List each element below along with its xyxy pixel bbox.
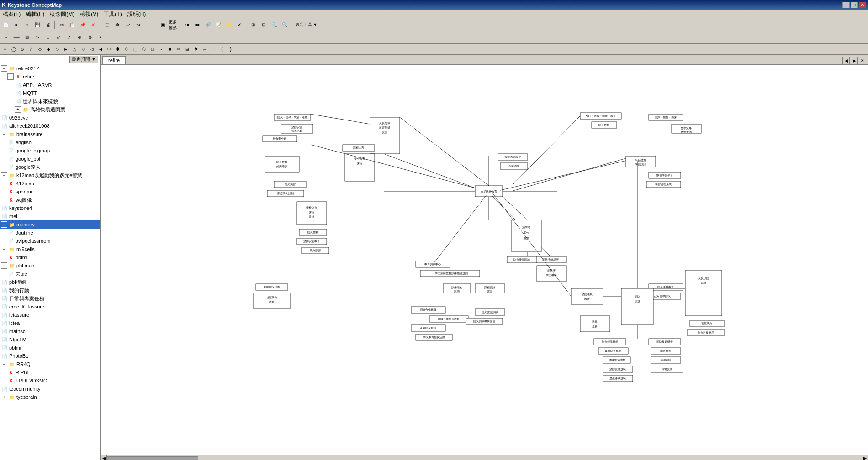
zoom-button[interactable]: 🔍	[269, 20, 279, 30]
shape-arrow-left2[interactable]: ◀	[96, 45, 105, 53]
menu-help[interactable]: 說明(H)	[125, 10, 149, 19]
sidebar-item-ntpclm[interactable]: 📄 NtpcLM	[0, 335, 100, 344]
sidebar-item-avipoclassroom[interactable]: 📄 avipoclassroom	[0, 237, 100, 245]
sidebar-item-qubie[interactable]: 📄 去bie	[0, 270, 100, 278]
shape-double-rect[interactable]: ⧈	[175, 45, 183, 53]
sidebar-item-pbl-module[interactable]: 📄 pbl模組	[0, 278, 100, 286]
rectangle-button[interactable]: □	[147, 20, 157, 30]
new-button[interactable]: 📄	[1, 20, 11, 30]
sidebar-item-tyesbrain[interactable]: + 📁 tyesbrain	[0, 393, 100, 401]
arrow9[interactable]: ⊗	[85, 32, 95, 42]
shape-brace2[interactable]: }	[227, 45, 235, 53]
shape-flag[interactable]: ⚑	[192, 45, 200, 53]
sidebar-item-google-bigmap[interactable]: 📄 google_bigmap	[0, 146, 100, 155]
shape-rect[interactable]: □	[148, 45, 157, 53]
sidebar-item-pblmi[interactable]: K pblmi	[0, 253, 100, 261]
sidebar-item-brainassure[interactable]: − 📁 brainassure	[0, 130, 100, 138]
sidebar-item-refire[interactable]: − K refire	[0, 73, 100, 81]
sidebar-item-google-pbl[interactable]: 📄 google_pbl	[0, 155, 100, 163]
sidebar-item-teacommunity[interactable]: 📄 teacommunity	[0, 385, 100, 393]
sidebar-item-memory[interactable]: − 📁 memory	[0, 220, 100, 229]
expander[interactable]: −	[1, 172, 7, 178]
grid-button[interactable]: ⊞	[248, 20, 258, 30]
shape-oval3[interactable]: ⬯	[122, 45, 131, 53]
shape-bracket2[interactable]: ¬	[209, 45, 217, 53]
shape-clip[interactable]: ⊟	[183, 45, 191, 53]
more-shapes-button[interactable]: 更多圖形	[168, 20, 178, 30]
shape-arrow-right[interactable]: ▷	[53, 45, 61, 53]
shape-rect3[interactable]: ■	[166, 45, 174, 53]
sidebar-item-mqtt[interactable]: 📄 MQTT	[0, 89, 100, 97]
grid2-button[interactable]: ⊟	[259, 20, 269, 30]
shape-bracket[interactable]: ⌐	[201, 45, 209, 53]
sidebar-item-english[interactable]: 📄 english	[0, 138, 100, 146]
canvas-container[interactable]: 火災防救教育 防火・防弾・防震・避難 消防安全 宣導活動 社會安全網 火災防救	[101, 65, 868, 455]
shape-arrow-right2[interactable]: ►	[62, 45, 70, 53]
shape-oval2[interactable]: ⬮	[114, 45, 122, 53]
sidebar-item-k12map[interactable]: − 📁 k12map以運動我的多元e智慧	[0, 171, 100, 179]
horizontal-scrollbar[interactable]: ◀ ▶	[101, 455, 868, 460]
sidebar-item-9outline[interactable]: 📄 9outline	[0, 229, 100, 237]
scroll-thumb[interactable]	[107, 456, 198, 460]
sidebar-item-ictassure[interactable]: 📄 ictassure	[0, 311, 100, 319]
minimize-button[interactable]: −	[842, 2, 850, 8]
shape-diamond2[interactable]: ◆	[44, 45, 53, 53]
save-button[interactable]: 💾	[32, 20, 42, 30]
expander[interactable]: −	[1, 221, 7, 228]
undo-button[interactable]: ↩	[123, 20, 133, 30]
sidebar-item-app-arvr[interactable]: 📄 APP、ARVR	[0, 81, 100, 89]
arrow6[interactable]: ↙	[53, 32, 64, 42]
scroll-track[interactable]	[107, 456, 862, 460]
tab-left-button[interactable]: ◀	[842, 57, 850, 64]
print-button[interactable]: 🖨	[43, 20, 53, 30]
recent-open-button[interactable]: 最近打開 ▼	[69, 56, 98, 63]
arrow1[interactable]: →	[1, 32, 11, 42]
note-button[interactable]: 📝	[213, 20, 223, 30]
expander[interactable]: −	[1, 65, 7, 72]
expander[interactable]: +	[15, 106, 21, 113]
arrow8[interactable]: ⊕	[74, 32, 85, 42]
close-button[interactable]: ✕	[859, 2, 866, 8]
shape-circle[interactable]: ○	[1, 45, 9, 53]
shape-arrow-left[interactable]: ◁	[88, 45, 96, 53]
sidebar-item-mei[interactable]: 📄 mei	[0, 212, 100, 220]
tab-right-button[interactable]: ▶	[851, 57, 858, 64]
sidebar-item-ictea[interactable]: 📄 ictea	[0, 319, 100, 327]
link-button[interactable]: 🔗	[203, 20, 213, 30]
sidebar-item-true2osmo[interactable]: K TRUE2OSMO	[0, 376, 100, 385]
sidebar-item-daily-project[interactable]: 📄 日常與專案任務	[0, 294, 100, 303]
shape-triangle-up[interactable]: △	[70, 45, 79, 53]
image-button[interactable]: K■	[182, 20, 192, 30]
expander[interactable]: −	[1, 262, 7, 269]
sidebar-item-0926cyc[interactable]: 📄 0926cyc	[0, 114, 100, 122]
paste-button[interactable]: 📌	[78, 20, 88, 30]
sidebar-item-k12map-file[interactable]: K K12map	[0, 179, 100, 188]
sidebar-item-pblmi2[interactable]: 📄 pblmi	[0, 344, 100, 352]
text-button[interactable]: ■■	[192, 20, 202, 30]
arrow7[interactable]: ↗	[64, 32, 74, 42]
scroll-right-button[interactable]: ▶	[862, 455, 868, 460]
shape-star[interactable]: ☆	[27, 45, 35, 53]
move-button[interactable]: ✥	[112, 20, 122, 30]
menu-conceptmap[interactable]: 概念圖(M)	[47, 10, 77, 19]
rectangle2-button[interactable]: ▣	[158, 20, 168, 30]
menu-edit[interactable]: 編輯(E)	[23, 10, 47, 19]
shape-rect2[interactable]: ▪	[157, 45, 165, 53]
shape-triangle-down[interactable]: ▽	[79, 45, 87, 53]
expander[interactable]: −	[1, 246, 7, 252]
maximize-button[interactable]: □	[851, 2, 858, 8]
menu-view[interactable]: 檢視(V)	[77, 10, 101, 19]
sidebar-item-allcheck[interactable]: 📄 allcheck20101008	[0, 122, 100, 130]
sidebar-item-photobl[interactable]: 📄 PhotoBL	[0, 352, 100, 360]
sidebar-item-kaohsiung[interactable]: + 📁 高雄快易通開票	[0, 105, 100, 114]
btn2[interactable]: K	[22, 20, 32, 30]
sidebar-item-r-pbl[interactable]: K R PBL	[0, 368, 100, 376]
star-button[interactable]: ⭐	[224, 20, 234, 30]
arrow2[interactable]: ⟹	[11, 32, 21, 42]
check-button[interactable]: ✔	[234, 20, 244, 30]
shape-brace[interactable]: {	[218, 45, 226, 53]
shape-rounded[interactable]: ▢	[131, 45, 139, 53]
copy-button[interactable]: 📋	[67, 20, 77, 30]
tab-close-button[interactable]: ✕	[859, 57, 866, 64]
shape-circle2[interactable]: ◯	[10, 45, 18, 53]
